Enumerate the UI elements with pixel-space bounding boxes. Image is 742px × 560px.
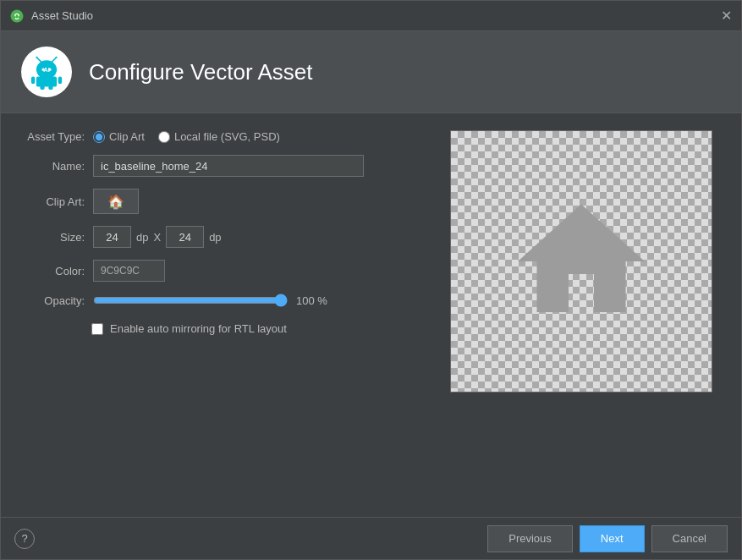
svg-line-4 (37, 58, 41, 62)
home-icon-small: 🏠 (107, 194, 124, 210)
asset-type-options: Clip Art Local file (SVG, PSD) (93, 130, 425, 143)
x-label: X (153, 231, 161, 244)
header-logo: AI (21, 47, 72, 97)
name-label: Name: (21, 160, 85, 173)
size-label: Size: (21, 231, 85, 244)
clip-art-row: Clip Art: 🏠 (21, 189, 425, 214)
title-bar: Asset Studio ✕ (1, 1, 741, 31)
opacity-label: Opacity: (21, 294, 85, 307)
name-row: Name: (21, 155, 425, 177)
color-row: Color: (21, 260, 425, 282)
svg-rect-13 (40, 86, 45, 90)
opacity-row: Opacity: 100 % (21, 294, 425, 307)
next-button[interactable]: Next (580, 525, 645, 552)
home-preview-icon (505, 185, 657, 338)
svg-line-6 (52, 58, 56, 62)
header-area: AI Configure Vector Asset (1, 31, 741, 113)
color-input[interactable] (93, 260, 165, 282)
dp-label-2: dp (209, 231, 221, 244)
color-label: Color: (21, 265, 85, 277)
footer-left: ? (14, 529, 487, 549)
svg-point-1 (14, 14, 16, 16)
auto-mirror-checkbox[interactable] (91, 323, 103, 335)
auto-mirror-row: Enable auto mirroring for RTL layout (21, 322, 425, 335)
local-file-label-text: Local file (SVG, PSD) (174, 130, 280, 143)
clip-art-label-text: Clip Art (109, 130, 145, 143)
svg-point-0 (11, 9, 24, 22)
local-file-option[interactable]: Local file (SVG, PSD) (158, 130, 280, 143)
close-button[interactable]: ✕ (719, 9, 733, 23)
opacity-slider[interactable] (93, 294, 288, 307)
page-title: Configure Vector Asset (89, 59, 312, 85)
right-panel (442, 130, 721, 500)
color-control (93, 260, 425, 282)
title-bar-text: Asset Studio (31, 9, 719, 22)
asset-type-row: Asset Type: Clip Art Local file (SVG, PS… (21, 130, 425, 143)
asset-type-label: Asset Type: (21, 130, 85, 143)
footer-right: Previous Next Cancel (487, 525, 728, 552)
preview-area (450, 130, 712, 393)
previous-button[interactable]: Previous (487, 525, 573, 552)
svg-point-7 (55, 57, 57, 58)
size-controls: dp X dp (93, 226, 425, 248)
auto-mirror-text: Enable auto mirroring for RTL layout (110, 322, 287, 335)
svg-text:AI: AI (43, 66, 50, 74)
name-input[interactable] (93, 155, 364, 177)
android-icon: AI (28, 53, 65, 91)
auto-mirror-label[interactable]: Enable auto mirroring for RTL layout (91, 322, 287, 335)
footer: ? Previous Next Cancel (1, 517, 741, 559)
svg-rect-11 (31, 77, 35, 85)
svg-rect-10 (36, 77, 57, 87)
size-row: Size: dp X dp (21, 226, 425, 248)
svg-point-5 (36, 57, 37, 58)
clip-art-radio[interactable] (93, 131, 105, 143)
android-title-icon (9, 8, 25, 24)
clip-art-option[interactable]: Clip Art (93, 130, 145, 143)
opacity-value: 100 % (296, 294, 334, 307)
clip-art-control: 🏠 (93, 189, 425, 214)
clip-art-field-label: Clip Art: (21, 195, 85, 208)
svg-rect-14 (48, 86, 53, 90)
main-window: Asset Studio ✕ (0, 0, 742, 560)
main-content: Asset Type: Clip Art Local file (SVG, PS… (1, 113, 741, 517)
help-button[interactable]: ? (14, 529, 35, 549)
opacity-control: 100 % (93, 294, 425, 307)
left-panel: Asset Type: Clip Art Local file (SVG, PS… (21, 130, 425, 500)
local-file-radio[interactable] (158, 131, 170, 143)
cancel-button[interactable]: Cancel (651, 525, 728, 552)
dp-label-1: dp (136, 231, 148, 244)
svg-rect-12 (58, 77, 62, 85)
size-height-input[interactable] (166, 226, 204, 248)
size-width-input[interactable] (93, 226, 131, 248)
name-control (93, 155, 425, 177)
svg-point-2 (18, 14, 19, 16)
clip-art-button[interactable]: 🏠 (93, 189, 139, 214)
